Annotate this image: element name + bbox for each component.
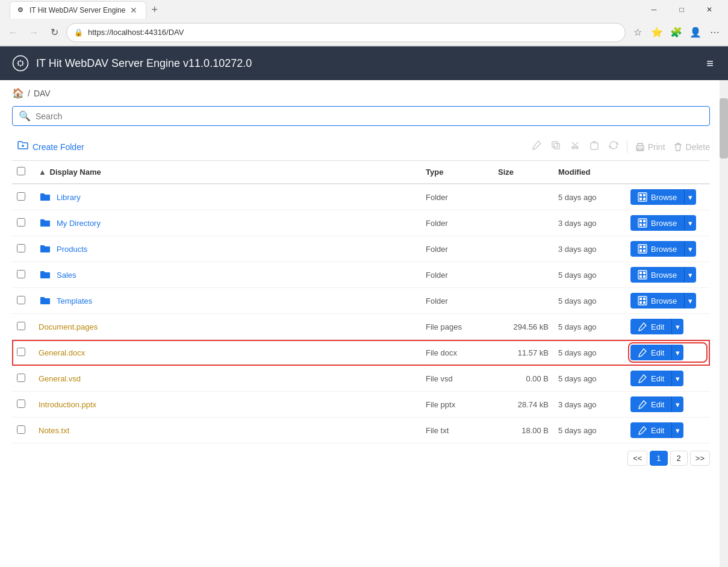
app-title: IT Hit WebDAV Server Engine v11.0.10272.…: [36, 57, 704, 70]
pagination-page-2-button[interactable]: 2: [670, 451, 688, 466]
pagination-next-button[interactable]: >>: [690, 451, 710, 466]
toolbar-cut-icon[interactable]: [569, 139, 581, 154]
file-link[interactable]: General.docx: [39, 348, 416, 357]
table-row: Products Folder3 days ago Browse ▾: [12, 236, 710, 262]
browse-dropdown-button[interactable]: ▾: [684, 241, 696, 257]
row-checkbox[interactable]: [17, 270, 25, 278]
row-checkbox[interactable]: [17, 218, 25, 227]
table-body: Library Folder5 days ago Browse ▾ My Dir…: [12, 184, 710, 443]
svg-rect-5: [552, 142, 558, 147]
more-options-icon[interactable]: ⋯: [706, 24, 723, 41]
file-link[interactable]: General.vsd: [39, 374, 416, 383]
tab-favicon: ⚙: [17, 6, 26, 14]
edit-button[interactable]: Edit: [630, 422, 671, 438]
svg-rect-21: [643, 246, 646, 248]
table-row: General.docxFile docx11.57 kB5 days ago …: [12, 340, 710, 366]
edit-icon: [638, 399, 647, 409]
delete-button[interactable]: Delete: [673, 142, 710, 152]
edit-button[interactable]: Edit: [630, 396, 671, 412]
url-text[interactable]: https://localhost:44316/DAV: [88, 28, 618, 37]
edit-dropdown-button[interactable]: ▾: [671, 319, 683, 334]
header-type: Type: [421, 161, 493, 184]
folder-link[interactable]: Products: [39, 242, 416, 255]
browse-dropdown-button[interactable]: ▾: [684, 189, 696, 205]
row-checkbox[interactable]: [17, 244, 25, 252]
row-checkbox[interactable]: [17, 425, 25, 434]
new-tab-button[interactable]: +: [146, 1, 163, 19]
breadcrumb-home-icon[interactable]: 🏠: [12, 87, 24, 99]
row-checkbox[interactable]: [17, 348, 25, 356]
browse-button[interactable]: Browse: [630, 241, 684, 257]
favorites-icon[interactable]: ⭐: [649, 24, 665, 41]
edit-dropdown-button[interactable]: ▾: [671, 345, 683, 360]
browse-dropdown-button[interactable]: ▾: [684, 267, 696, 283]
title-bar: ⚙ IT Hit WebDAV Server Engine ✕ + ─ □ ✕: [0, 0, 728, 19]
maximize-button[interactable]: □: [668, 0, 695, 19]
create-folder-button[interactable]: Create Folder: [12, 137, 89, 157]
size-cell: [493, 184, 553, 210]
edit-dropdown-button[interactable]: ▾: [671, 396, 683, 412]
window-controls: ─ □ ✕: [640, 0, 723, 19]
pagination-first-button[interactable]: <<: [627, 451, 647, 466]
scrollbar-track[interactable]: [720, 80, 728, 567]
table-row: Library Folder5 days ago Browse ▾: [12, 184, 710, 210]
reload-button[interactable]: ↻: [46, 24, 63, 41]
toolbar-refresh-icon[interactable]: [608, 139, 620, 154]
row-checkbox[interactable]: [17, 296, 25, 304]
toolbar-edit-icon[interactable]: [530, 139, 543, 154]
folder-link[interactable]: Library: [39, 190, 416, 204]
size-cell: 0.00 B: [493, 366, 553, 392]
file-link[interactable]: Document.pages: [39, 322, 416, 331]
profile-icon[interactable]: 👤: [687, 24, 704, 41]
row-checkbox[interactable]: [17, 399, 25, 408]
table-row: My Directory Folder3 days ago Browse ▾: [12, 210, 710, 236]
file-link[interactable]: Notes.txt: [39, 426, 416, 435]
row-checkbox[interactable]: [17, 374, 25, 382]
hamburger-menu-button[interactable]: ≡: [704, 54, 716, 73]
print-button[interactable]: Print: [635, 142, 665, 152]
toolbar-copy-icon[interactable]: [550, 139, 562, 154]
browse-dropdown-button[interactable]: ▾: [684, 215, 696, 231]
row-checkbox[interactable]: [17, 322, 25, 330]
browse-button[interactable]: Browse: [630, 267, 684, 283]
type-cell: Folder: [421, 184, 493, 210]
browse-button[interactable]: Browse: [630, 189, 684, 205]
forward-button[interactable]: →: [25, 24, 42, 41]
close-button[interactable]: ✕: [695, 0, 723, 19]
svg-rect-15: [639, 220, 642, 222]
pagination-page-1-button[interactable]: 1: [650, 451, 667, 466]
browse-dropdown-button[interactable]: ▾: [684, 293, 696, 309]
toolbar-left: Create Folder: [12, 137, 89, 157]
svg-rect-12: [639, 198, 642, 200]
browse-button[interactable]: Browse: [630, 215, 684, 231]
folder-link[interactable]: My Directory: [39, 216, 416, 230]
content-area: 🏠 / DAV 🔍 Create Folder: [0, 80, 728, 480]
file-link[interactable]: Introduction.pptx: [39, 400, 416, 409]
svg-rect-16: [643, 220, 646, 222]
active-tab[interactable]: ⚙ IT Hit WebDAV Server Engine ✕: [10, 1, 146, 19]
search-input[interactable]: [36, 111, 703, 121]
browse-icon: [638, 270, 647, 280]
select-all-checkbox[interactable]: [17, 167, 25, 175]
header-display-name[interactable]: ▲ Display Name: [34, 161, 421, 184]
edit-dropdown-button[interactable]: ▾: [671, 422, 683, 438]
row-checkbox[interactable]: [17, 192, 25, 201]
edit-dropdown-button[interactable]: ▾: [671, 371, 683, 386]
header-modified: Modified: [553, 161, 626, 184]
back-button[interactable]: ←: [5, 24, 22, 41]
breadcrumb: 🏠 / DAV: [12, 87, 710, 99]
folder-link[interactable]: Templates: [39, 294, 416, 307]
bookmark-icon[interactable]: ☆: [629, 24, 646, 41]
tab-close-button[interactable]: ✕: [129, 5, 138, 15]
svg-rect-28: [643, 275, 646, 278]
scrollbar-thumb[interactable]: [720, 98, 728, 158]
toolbar-paste-icon[interactable]: [588, 139, 600, 154]
edit-button[interactable]: Edit: [630, 345, 671, 360]
browse-button[interactable]: Browse: [630, 293, 684, 309]
folder-link[interactable]: Sales: [39, 268, 416, 281]
edit-button[interactable]: Edit: [630, 319, 671, 334]
edit-button[interactable]: Edit: [630, 371, 671, 386]
table-row: General.vsdFile vsd0.00 B5 days ago Edit…: [12, 366, 710, 392]
extension-icon[interactable]: 🧩: [668, 24, 685, 41]
minimize-button[interactable]: ─: [640, 0, 668, 19]
